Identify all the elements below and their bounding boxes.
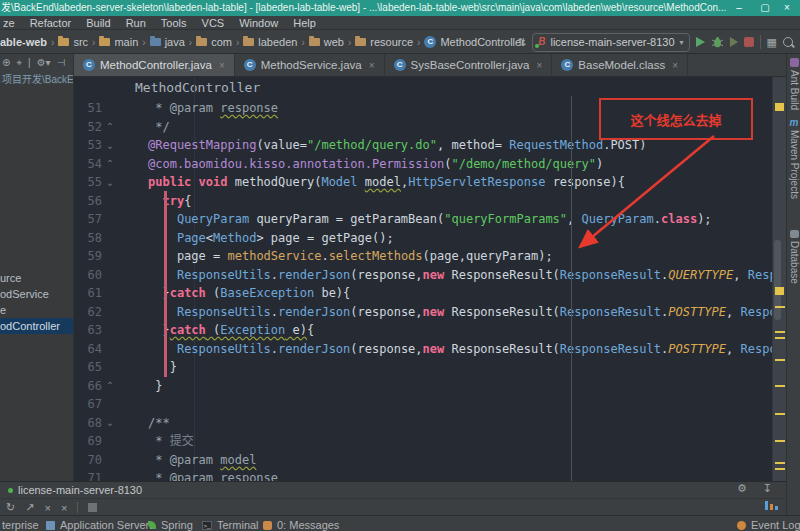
compare-icon[interactable]: ⇅ [517, 36, 526, 49]
run-button[interactable] [696, 37, 705, 47]
code-line[interactable]: 58 Page<Method> page = getPage(); [74, 229, 772, 248]
code-line[interactable]: 55⌄public void methodQuery(Model model,H… [74, 173, 772, 192]
menu-item-refactor[interactable]: Refactor [30, 17, 72, 29]
code-line[interactable]: 64 ResponseUtils.renderJson(response,new… [74, 340, 772, 359]
restore-button[interactable]: ▢ [756, 0, 774, 16]
tab-MethodService.java[interactable]: CMethodService.java× [235, 54, 385, 76]
close-icon[interactable]: × [672, 60, 678, 71]
error-stripe-mark[interactable] [775, 337, 785, 339]
breadcrumb-item-com[interactable]: com [196, 36, 232, 48]
coverage-icon[interactable] [730, 37, 738, 47]
minimize-button[interactable]: – [730, 0, 748, 16]
fold-up-icon[interactable]: ⌃ [102, 121, 118, 132]
skip-node-icon[interactable]: × [61, 502, 67, 514]
locate-icon[interactable]: ⌖ [16, 57, 22, 69]
fold-down-icon[interactable]: ⌄ [102, 140, 118, 151]
error-stripe-mark[interactable] [775, 440, 785, 442]
breadcrumb-item-able-web[interactable]: able-web [0, 36, 47, 48]
fold-down-icon[interactable]: ⌄ [102, 177, 118, 188]
code-line[interactable]: 57 QueryParam queryParam = getParamBean(… [74, 210, 772, 229]
menu-item-build[interactable]: Build [86, 17, 110, 29]
tool-button-event-log[interactable]: Event Log [737, 519, 800, 531]
tab-BaseModel.class[interactable]: CBaseModel.class× [552, 54, 688, 76]
error-stripe-mark[interactable] [775, 359, 785, 361]
fold-up-icon[interactable]: ⌃ [102, 158, 118, 169]
breadcrumb-item-labeden[interactable]: labeden [243, 36, 297, 48]
code-line[interactable]: 62 ResponseUtils.renderJson(response,new… [74, 303, 772, 322]
fold-up-icon[interactable]: ⌃ [102, 380, 118, 391]
error-stripe[interactable] [772, 77, 786, 481]
code-line[interactable]: 71 * @param response [74, 469, 772, 481]
hide-icon[interactable]: ⊣ [57, 57, 66, 68]
code-line[interactable]: 56 try{ [74, 192, 772, 211]
menu-item-ze[interactable]: ze [3, 17, 15, 29]
breadcrumb-item-src[interactable]: src [58, 36, 88, 48]
code-line[interactable]: 70 * @param model [74, 451, 772, 470]
tool-button-spring[interactable]: Spring [148, 519, 193, 531]
tool-window-button-ant-build[interactable]: Ant Build [787, 58, 800, 110]
chart-columns-icon[interactable] [765, 501, 778, 510]
tool-button-terminal[interactable]: >_Terminal [202, 519, 259, 531]
tool-windows-icon[interactable]: ▦ [767, 36, 777, 49]
menu-item-tools[interactable]: Tools [161, 17, 187, 29]
tool-button-0-messages[interactable]: 0: Messages [263, 519, 339, 531]
tool-button-terprise[interactable]: terprise [2, 519, 39, 531]
error-stripe-mark[interactable] [775, 103, 784, 111]
collapse-panel-icon[interactable]: ↧ [763, 482, 772, 495]
error-stripe-mark[interactable] [775, 331, 785, 333]
breadcrumb-item-web[interactable]: web [309, 36, 344, 48]
profiler-icon[interactable] [744, 37, 754, 47]
code-line[interactable]: 66⌃ } [74, 377, 772, 396]
error-stripe-mark[interactable] [775, 306, 785, 308]
debug-icon[interactable] [711, 36, 724, 49]
scrollbar-thumb[interactable] [774, 240, 781, 320]
fold-down-icon[interactable]: ⌄ [102, 417, 118, 428]
code-line[interactable]: 67 [74, 395, 772, 414]
settings-icon[interactable]: ⚙▾ [37, 57, 51, 68]
tool-window-button-database[interactable]: Database [787, 230, 800, 284]
error-stripe-mark[interactable] [775, 287, 784, 295]
error-stripe-mark[interactable] [775, 385, 785, 387]
search-icon[interactable] [783, 37, 793, 47]
error-stripe-mark[interactable] [775, 413, 785, 415]
tree-item-odController[interactable]: odController [0, 318, 74, 334]
menu-item-vcs[interactable]: VCS [202, 17, 225, 29]
run-config-select[interactable]: B license-main-server-8130 ▾ [532, 33, 689, 52]
skip-icon[interactable]: × [44, 502, 50, 514]
close-icon[interactable]: × [219, 60, 225, 71]
rerun-icon[interactable]: ↻ [6, 501, 15, 514]
code-line[interactable]: 54⌃@com.baomidou.kisso.annotation.Permis… [74, 155, 772, 174]
stop-icon[interactable] [88, 503, 97, 512]
rerun-up-icon[interactable]: ↗ [25, 501, 34, 514]
collapse-all-icon[interactable]: ⊕ [2, 57, 10, 68]
breadcrumb-item-resource[interactable]: resource [355, 36, 413, 48]
code-line[interactable]: 61 }catch (BaseException be){ [74, 284, 772, 303]
code-line[interactable]: 60 ResponseUtils.renderJson(response,new… [74, 266, 772, 285]
code-line[interactable]: 63 }catch (Exception e){ [74, 321, 772, 340]
close-icon[interactable]: × [536, 60, 542, 71]
close-button[interactable]: × [778, 0, 796, 16]
tab-MethodController.java[interactable]: CMethodController.java× [74, 54, 235, 76]
tab-SysBaseController.java[interactable]: CSysBaseController.java× [385, 54, 553, 76]
code-line[interactable]: 59 page = methodService.selectMethods(pa… [74, 247, 772, 266]
code-area[interactable]: 51 * @param response52⌃ */53⌄@RequestMap… [74, 99, 772, 481]
gear-icon[interactable]: ⚙ [737, 482, 747, 495]
code-line[interactable]: 69 * 提交 [74, 432, 772, 451]
code-line[interactable]: 68⌄/** [74, 414, 772, 433]
error-stripe-mark[interactable] [775, 462, 785, 464]
menu-item-run[interactable]: Run [126, 17, 146, 29]
breadcrumb-item-main[interactable]: main [99, 36, 138, 48]
tool-button-application-servers[interactable]: Application Servers [46, 519, 155, 531]
tool-window-button-maven-projects[interactable]: mMaven Projects [787, 118, 800, 199]
error-stripe-mark[interactable] [775, 468, 785, 470]
tree-item-urce[interactable]: urce [0, 270, 74, 286]
code-line[interactable]: 65 } [74, 358, 772, 377]
project-tree[interactable]: urceodServiceeodController [0, 84, 73, 481]
menu-item-window[interactable]: Window [239, 17, 278, 29]
breadcrumb-item-java[interactable]: java [150, 36, 185, 48]
breadcrumb-item-MethodController[interactable]: CMethodController [424, 36, 524, 48]
tree-item-odService[interactable]: odService [0, 286, 74, 302]
menu-item-help[interactable]: Help [293, 17, 316, 29]
close-icon[interactable]: × [369, 60, 375, 71]
tree-item-e[interactable]: e [0, 302, 74, 318]
